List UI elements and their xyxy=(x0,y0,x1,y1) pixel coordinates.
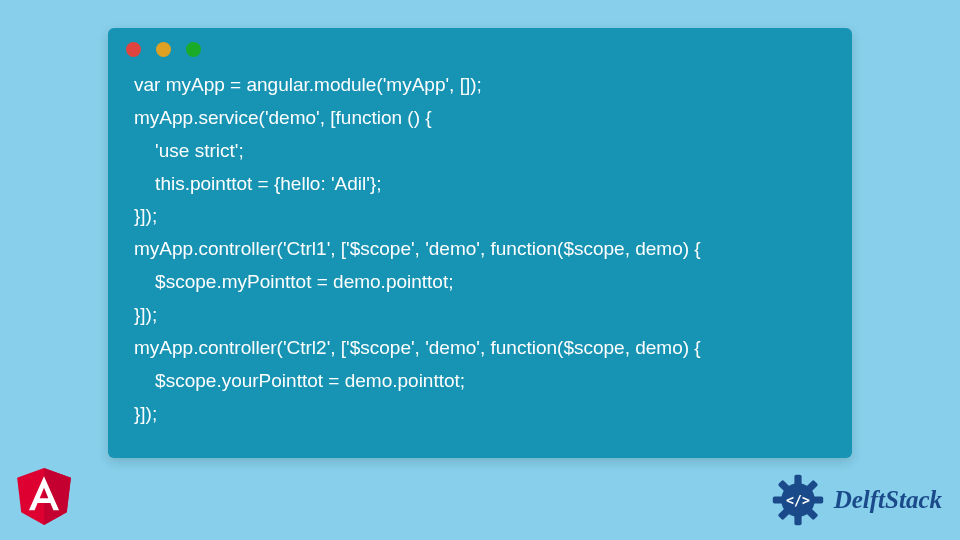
maximize-icon[interactable] xyxy=(186,42,201,57)
svg-rect-5 xyxy=(772,496,783,503)
delftstack-logo: </> DelftStack xyxy=(768,470,942,530)
svg-rect-6 xyxy=(812,496,823,503)
code-content: var myApp = angular.module('myApp', []);… xyxy=(108,65,852,448)
svg-rect-3 xyxy=(794,475,801,486)
close-icon[interactable] xyxy=(126,42,141,57)
svg-text:</>: </> xyxy=(786,493,810,508)
svg-rect-4 xyxy=(794,514,801,525)
minimize-icon[interactable] xyxy=(156,42,171,57)
delftstack-text: DelftStack xyxy=(834,486,942,514)
window-titlebar xyxy=(108,28,852,65)
code-window: var myApp = angular.module('myApp', []);… xyxy=(108,28,852,458)
delftstack-badge-icon: </> xyxy=(768,470,828,530)
angular-logo-icon xyxy=(12,462,76,528)
